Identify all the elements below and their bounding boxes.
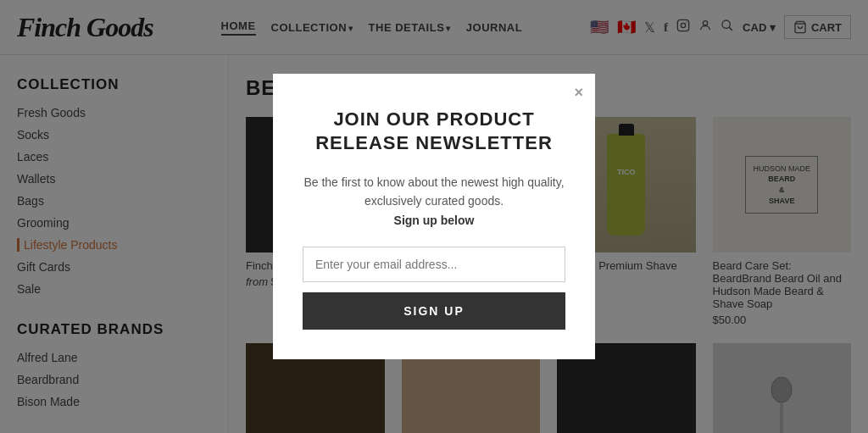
sign-up-button[interactable]: SIGN UP	[303, 292, 565, 330]
modal-close-button[interactable]: ×	[574, 84, 583, 102]
modal-cta: Sign up below	[394, 214, 475, 227]
modal-title: JOIN OUR PRODUCT RELEASE NEWSLETTER	[303, 108, 565, 156]
modal-body-line1: Be the first to know about the newest hi…	[303, 175, 564, 189]
newsletter-modal: × JOIN OUR PRODUCT RELEASE NEWSLETTER Be…	[273, 74, 595, 359]
modal-body: Be the first to know about the newest hi…	[303, 173, 565, 230]
modal-overlay[interactable]: × JOIN OUR PRODUCT RELEASE NEWSLETTER Be…	[0, 0, 868, 433]
modal-body-line2: exclusively curated goods.	[364, 194, 504, 208]
email-input[interactable]	[303, 247, 565, 282]
